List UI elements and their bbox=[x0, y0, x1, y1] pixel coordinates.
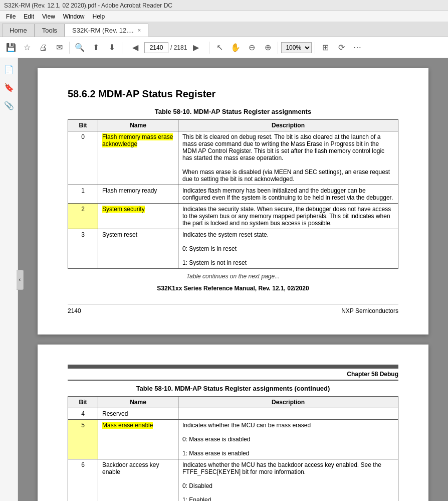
register-table-1: Bit Name Description 0 Flash memory mass… bbox=[68, 119, 398, 269]
tab-document[interactable]: S32K-RM (Rev. 12.... × bbox=[65, 24, 148, 37]
toolbar-separator-2 bbox=[122, 42, 122, 54]
register-table-2: Bit Name Description 4 Reserved 5 Mass e… bbox=[68, 396, 398, 501]
col-bit: Bit bbox=[68, 120, 98, 131]
tab-home[interactable]: Home bbox=[2, 24, 35, 37]
menu-edit[interactable]: Edit bbox=[20, 12, 38, 21]
desc-0: This bit is cleared on debug reset. The … bbox=[178, 131, 398, 185]
table-row: 1 Flash memory ready Indicates flash mem… bbox=[68, 185, 398, 204]
desc-2: Indicates the security state. When secur… bbox=[178, 204, 398, 229]
fit-page-icon[interactable]: ⊞ bbox=[318, 41, 332, 55]
menu-view[interactable]: View bbox=[38, 12, 59, 21]
footer-company: NXP Semiconductors bbox=[341, 307, 398, 314]
save-icon[interactable]: 💾 bbox=[4, 41, 18, 55]
desc-5: Indicates whether the MCU can be mass er… bbox=[178, 420, 398, 459]
menu-help[interactable]: Help bbox=[89, 12, 109, 21]
hand-icon[interactable]: ✋ bbox=[229, 41, 243, 55]
table-continues: Table continues on the next page... bbox=[68, 273, 398, 280]
toolbar-separator-3 bbox=[209, 42, 209, 54]
page-footer-1: 2140 NXP Semiconductors bbox=[68, 304, 398, 314]
titlebar: S32K-RM (Rev. 12.1, 02 2020).pdf - Adobe… bbox=[0, 0, 448, 11]
zoom-select[interactable]: 100% 75% 125% 150% bbox=[281, 42, 312, 53]
page-total: / 2181 bbox=[170, 44, 187, 51]
tools-extra-icon[interactable]: ⋯ bbox=[350, 41, 364, 55]
tab-close-icon[interactable]: × bbox=[138, 27, 141, 33]
bit-4: 4 bbox=[68, 408, 98, 420]
table-title-2: Table 58-10. MDM-AP Status Register assi… bbox=[68, 385, 398, 392]
upload-icon[interactable]: ⬆ bbox=[89, 41, 103, 55]
menu-file[interactable]: File bbox=[2, 12, 20, 21]
prev-page-icon[interactable]: ◀ bbox=[128, 41, 142, 55]
zoom-out-icon[interactable]: ⊖ bbox=[245, 41, 259, 55]
col-name: Name bbox=[98, 120, 178, 131]
page-navigation: ◀ / 2181 ▶ bbox=[128, 41, 203, 55]
name-5: Mass erase enable bbox=[98, 420, 178, 459]
email-icon[interactable]: ✉ bbox=[52, 41, 66, 55]
next-page-icon[interactable]: ▶ bbox=[189, 41, 203, 55]
bit-0: 0 bbox=[68, 131, 98, 185]
table-row: 5 Mass erase enable Indicates whether th… bbox=[68, 420, 398, 459]
cursor-icon[interactable]: ↖ bbox=[212, 41, 227, 55]
name-1: Flash memory ready bbox=[98, 185, 178, 204]
bit-2: 2 bbox=[68, 204, 98, 229]
chapter-bar bbox=[68, 365, 398, 369]
bit-6: 6 bbox=[68, 459, 98, 502]
titlebar-text: S32K-RM (Rev. 12.1, 02 2020).pdf - Adobe… bbox=[4, 2, 172, 9]
menubar: File Edit View Window Help bbox=[0, 11, 448, 22]
panel-bookmark-icon[interactable]: 🔖 bbox=[2, 80, 16, 94]
bookmark-icon[interactable]: ☆ bbox=[20, 41, 34, 55]
name-4: Reserved bbox=[98, 408, 178, 420]
name-6: Backdoor access key enable bbox=[98, 459, 178, 502]
tabbar: Home Tools S32K-RM (Rev. 12.... × bbox=[0, 22, 448, 37]
toolbar-separator-5 bbox=[315, 42, 315, 54]
bit-5: 5 bbox=[68, 420, 98, 459]
toolbar: 💾 ☆ 🖨 ✉ 🔍 ⬆ ⬇ ◀ / 2181 ▶ ↖ ✋ ⊖ ⊕ 100% 75… bbox=[0, 37, 448, 58]
desc-4 bbox=[178, 408, 398, 420]
table-row: 6 Backdoor access key enable Indicates w… bbox=[68, 459, 398, 502]
bit-3: 3 bbox=[68, 229, 98, 269]
footer-center: S32K1xx Series Reference Manual, Rev. 12… bbox=[68, 285, 398, 292]
pdf-page-2: Chapter 58 Debug Table 58-10. MDM-AP Sta… bbox=[38, 345, 428, 501]
col-desc: Description bbox=[178, 120, 398, 131]
panel-page-icon[interactable]: 📄 bbox=[2, 62, 16, 76]
download-icon[interactable]: ⬇ bbox=[105, 41, 119, 55]
rotate-icon[interactable]: ⟳ bbox=[334, 41, 348, 55]
panel-attachment-icon[interactable]: 📎 bbox=[2, 98, 16, 112]
table-row: 4 Reserved bbox=[68, 408, 398, 420]
table-row: 2 System security Indicates the security… bbox=[68, 204, 398, 229]
toolbar-separator-4 bbox=[278, 42, 278, 54]
col-name-2: Name bbox=[98, 397, 178, 408]
toolbar-separator-1 bbox=[69, 42, 70, 54]
pdf-page-1: 58.6.2 MDM-AP Status Register Table 58-1… bbox=[38, 68, 428, 335]
main-area: 📄 🔖 📎 ‹ 58.6.2 MDM-AP Status Register Ta… bbox=[0, 58, 448, 501]
table-title-1: Table 58-10. MDM-AP Status Register assi… bbox=[68, 108, 398, 115]
pdf-content-area[interactable]: 58.6.2 MDM-AP Status Register Table 58-1… bbox=[18, 58, 448, 501]
name-2: System security bbox=[98, 204, 178, 229]
desc-6: Indicates whether the MCU has the backdo… bbox=[178, 459, 398, 502]
menu-window[interactable]: Window bbox=[59, 12, 89, 21]
page-input[interactable] bbox=[144, 42, 168, 53]
name-0: Flash memory mass erase acknowledge bbox=[98, 131, 178, 185]
zoom-in-icon[interactable]: ⊕ bbox=[261, 41, 275, 55]
desc-1: Indicates flash memory has been initiali… bbox=[178, 185, 398, 204]
panel-collapse-button[interactable]: ‹ bbox=[17, 270, 24, 290]
col-desc-2: Description bbox=[178, 397, 398, 408]
table-row: 0 Flash memory mass erase acknowledge Th… bbox=[68, 131, 398, 185]
name-3: System reset bbox=[98, 229, 178, 269]
bit-1: 1 bbox=[68, 185, 98, 204]
desc-3: Indicates the system reset state. 0: Sys… bbox=[178, 229, 398, 269]
table-row: 3 System reset Indicates the system rese… bbox=[68, 229, 398, 269]
footer-page-number: 2140 bbox=[68, 307, 81, 314]
col-bit-2: Bit bbox=[68, 397, 98, 408]
zoom-out-search-icon[interactable]: 🔍 bbox=[73, 41, 87, 55]
section-heading: 58.6.2 MDM-AP Status Register bbox=[68, 88, 398, 100]
left-panel: 📄 🔖 📎 bbox=[0, 58, 18, 501]
print-icon[interactable]: 🖨 bbox=[36, 41, 50, 55]
tab-tools[interactable]: Tools bbox=[35, 24, 65, 37]
chapter-header: Chapter 58 Debug bbox=[68, 371, 398, 381]
